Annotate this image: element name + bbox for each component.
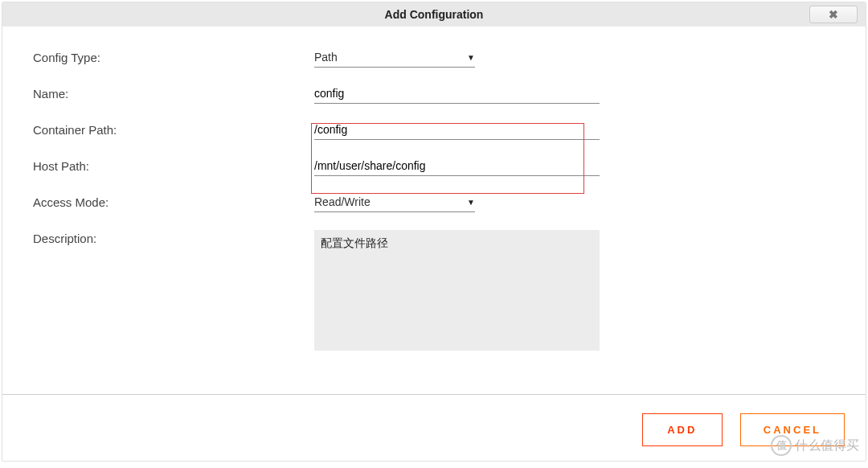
row-description: Description:: [33, 230, 835, 353]
label-container-path: Container Path:: [33, 121, 314, 137]
label-name: Name:: [33, 85, 314, 101]
row-name: Name:: [33, 85, 835, 104]
add-button[interactable]: ADD: [642, 413, 723, 446]
label-access-mode: Access Mode:: [33, 194, 314, 209]
name-input[interactable]: [314, 85, 600, 104]
form-area: Config Type: Path ▼ Name: Container Path…: [2, 27, 866, 379]
config-type-value: Path: [314, 51, 338, 64]
close-icon: ✖: [829, 8, 838, 21]
chevron-down-icon: ▼: [467, 198, 475, 207]
label-config-type: Config Type:: [33, 49, 314, 64]
container-path-input[interactable]: [314, 121, 600, 140]
row-container-path: Container Path:: [33, 121, 835, 140]
description-textarea[interactable]: [314, 230, 600, 351]
watermark-text: 什么值得买: [795, 437, 859, 454]
row-config-type: Config Type: Path ▼: [33, 49, 835, 68]
label-host-path: Host Path:: [33, 158, 314, 173]
dialog-header: Add Configuration ✖: [2, 2, 866, 27]
label-description: Description:: [33, 230, 314, 245]
dialog-title: Add Configuration: [385, 8, 484, 21]
row-access-mode: Access Mode: Read/Write ▼: [33, 194, 835, 212]
access-mode-select[interactable]: Read/Write ▼: [314, 194, 475, 212]
watermark: 值 什么值得买: [771, 435, 859, 456]
config-type-select[interactable]: Path ▼: [314, 49, 475, 68]
close-button[interactable]: ✖: [809, 6, 858, 23]
access-mode-value: Read/Write: [314, 195, 371, 208]
watermark-badge-icon: 值: [771, 435, 792, 456]
host-path-input[interactable]: [314, 158, 600, 176]
add-configuration-dialog: Add Configuration ✖ Config Type: Path ▼ …: [2, 2, 866, 462]
row-host-path: Host Path:: [33, 158, 835, 176]
footer-separator: [2, 394, 866, 395]
chevron-down-icon: ▼: [467, 53, 475, 62]
